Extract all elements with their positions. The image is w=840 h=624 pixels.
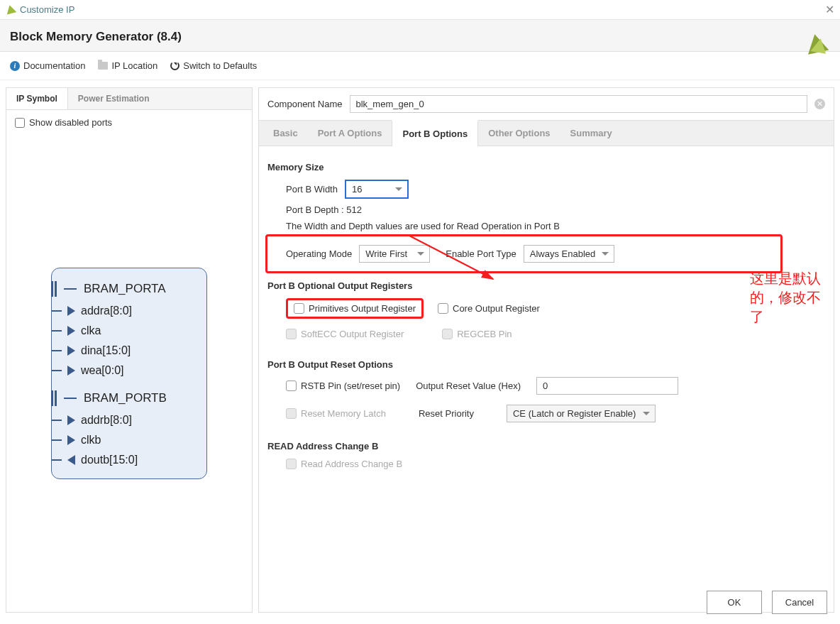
component-name-label: Component Name xyxy=(267,99,343,109)
header: Block Memory Generator (8.4) xyxy=(0,20,840,52)
enable-port-type-select[interactable]: Always Enabled xyxy=(524,245,614,263)
vendor-logo-icon xyxy=(806,34,827,55)
annotation-highlight-box: Operating Mode Write First Enable Port T… xyxy=(265,234,783,273)
component-name-input[interactable]: blk_mem_gen_0 xyxy=(350,95,808,113)
show-disabled-ports-label: Show disabled ports xyxy=(29,117,112,128)
annotation-text: 这里是默认的，修改不了 xyxy=(750,269,834,327)
regceb-pin-checkbox xyxy=(442,329,453,339)
info-icon: i xyxy=(10,61,20,71)
switch-defaults-link[interactable]: Switch to Defaults xyxy=(170,60,257,71)
ok-button[interactable]: OK xyxy=(707,591,762,614)
left-panel: IP Symbol Power Estimation Show disabled… xyxy=(6,87,253,613)
core-output-register-checkbox[interactable] xyxy=(438,303,448,314)
clear-icon[interactable]: ✕ xyxy=(814,99,825,109)
ip-location-link[interactable]: IP Location xyxy=(98,60,158,71)
reset-memory-latch-checkbox xyxy=(286,408,297,419)
close-icon[interactable]: ✕ xyxy=(825,3,834,16)
port-b-width-select[interactable]: 16 xyxy=(345,180,409,199)
ip-symbol-diagram: BRAM_PORTA addra[8:0] clka dina[15:0] we… xyxy=(6,135,252,612)
tab-power-estimation[interactable]: Power Estimation xyxy=(68,88,160,109)
tab-summary[interactable]: Summary xyxy=(560,121,622,146)
page-title: Block Memory Generator (8.4) xyxy=(10,30,830,44)
chevron-down-icon xyxy=(417,252,424,256)
chevron-down-icon xyxy=(395,187,402,191)
right-panel: Component Name blk_mem_gen_0 ✕ Basic Por… xyxy=(258,87,834,613)
output-reset-value-label: Output Reset Value (Hex) xyxy=(416,381,521,391)
tab-port-b-options[interactable]: Port B Options xyxy=(392,120,478,146)
operating-mode-label: Operating Mode xyxy=(286,248,352,259)
reset-priority-select: CE (Latch or Register Enable) xyxy=(507,405,656,422)
port-b-width-label: Port B Width xyxy=(286,184,338,195)
read-address-change-heading: READ Address Change B xyxy=(267,441,825,451)
width-depth-note: The Width and Depth values are used for … xyxy=(286,221,560,231)
titlebar: Customize IP ✕ xyxy=(0,0,840,20)
output-reset-options-heading: Port B Output Reset Options xyxy=(267,359,825,370)
operating-mode-select[interactable]: Write First xyxy=(359,245,430,263)
primitives-output-register-checkbox[interactable] xyxy=(294,303,304,314)
port-b-depth-label: Port B Depth : 512 xyxy=(286,204,362,215)
chevron-down-icon xyxy=(602,252,609,256)
documentation-link[interactable]: i Documentation xyxy=(10,60,85,71)
tab-ip-symbol[interactable]: IP Symbol xyxy=(6,88,68,109)
enable-port-type-label: Enable Port Type xyxy=(446,248,516,259)
tab-other-options[interactable]: Other Options xyxy=(478,121,560,146)
optional-output-registers-heading: Port B Optional Output Registers xyxy=(267,280,825,291)
reset-priority-label: Reset Priority xyxy=(419,408,474,419)
tab-basic[interactable]: Basic xyxy=(263,121,308,146)
annotation-highlight-box-small: Primitives Output Register xyxy=(286,298,424,319)
toolbar: i Documentation IP Location Switch to De… xyxy=(0,52,840,80)
rstb-pin-checkbox[interactable] xyxy=(286,381,297,391)
show-disabled-ports-checkbox[interactable] xyxy=(15,118,25,128)
tab-port-a-options[interactable]: Port A Options xyxy=(308,121,392,146)
app-logo-icon xyxy=(6,5,16,15)
output-reset-value-input[interactable] xyxy=(536,377,678,395)
folder-icon xyxy=(98,62,108,70)
softecc-output-register-checkbox xyxy=(286,329,297,339)
read-address-change-checkbox xyxy=(286,459,297,469)
memory-size-heading: Memory Size xyxy=(267,162,825,173)
chevron-down-icon xyxy=(643,412,650,415)
refresh-icon xyxy=(170,61,179,70)
window-title: Customize IP xyxy=(20,4,74,15)
cancel-button[interactable]: Cancel xyxy=(772,591,827,614)
